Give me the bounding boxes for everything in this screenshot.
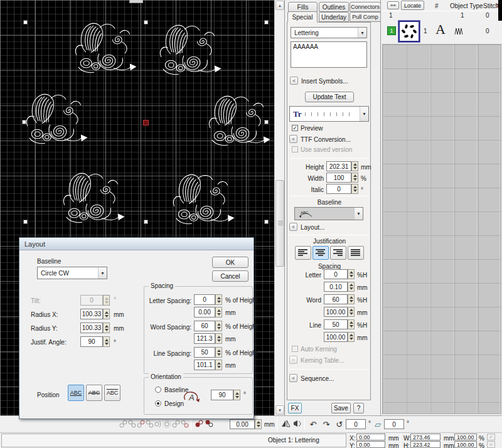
lettering-object-2[interactable] — [155, 22, 222, 78]
width-spinner[interactable] — [351, 173, 358, 183]
w-pct-field[interactable]: 100.00 — [454, 434, 477, 440]
w-field[interactable]: 273.46 — [410, 434, 441, 440]
layout-expand-icon[interactable]: < — [289, 223, 297, 231]
radius-y-spinner[interactable] — [103, 323, 110, 333]
offset-spinner[interactable] — [255, 419, 262, 429]
italic-field[interactable]: 0 — [326, 184, 351, 194]
position-top-button[interactable]: ABC — [104, 385, 120, 401]
chevron-down-icon[interactable]: ▾ — [360, 107, 368, 121]
offset-field[interactable]: 0.00 — [230, 419, 255, 429]
scroll-down-icon[interactable]: ▼ — [275, 405, 284, 415]
dlg-baseline-dropdown[interactable]: Circle CW ▾ — [37, 267, 107, 279]
letter-spacing-pct-field[interactable]: 0 — [324, 269, 348, 279]
line-spacing-mm-field[interactable]: 100.00 — [324, 332, 348, 342]
sequence-expand-icon[interactable]: < — [289, 374, 297, 382]
save-button[interactable]: Save — [331, 403, 351, 413]
dlg-letter-pct-spinner[interactable] — [215, 294, 222, 305]
justify-full-button[interactable] — [348, 246, 364, 260]
selection-handle-e[interactable] — [264, 120, 269, 124]
ttf-conversion-button[interactable]: TTF Conversion... — [301, 136, 351, 143]
y-field[interactable]: 0.00 — [356, 441, 385, 448]
canvas-vertical-scrollbar[interactable]: ▲ ▼ — [274, 0, 284, 415]
font-preview-dropdown[interactable]: Tr ▾ — [289, 106, 369, 122]
tab-outlines[interactable]: Outlines — [319, 2, 349, 12]
ok-button[interactable]: OK — [212, 257, 248, 268]
dlg-word-pct-spinner[interactable] — [215, 321, 222, 331]
width-field[interactable]: 100 — [326, 173, 351, 183]
italic-spinner[interactable] — [351, 184, 358, 194]
object-row-lettering[interactable]: 1 1 A 0 — [381, 19, 502, 44]
rotate-angle-field[interactable]: 0 — [346, 419, 366, 429]
justify-left-button[interactable] — [295, 246, 311, 260]
rotate-right-icon[interactable]: ↷ — [321, 419, 332, 430]
radius-y-field[interactable]: 100.33 — [80, 323, 103, 333]
rotation-center-marker[interactable] — [143, 120, 149, 125]
object-group-row[interactable]: 1 1 0 — [381, 11, 502, 19]
mirror-tool-icon[interactable] — [128, 419, 136, 429]
justify-center-button[interactable] — [312, 246, 329, 260]
dlg-letter-mm-spinner[interactable] — [215, 307, 222, 317]
orientation-angle-field[interactable]: 90 — [211, 390, 233, 400]
flip-vertical-icon[interactable] — [280, 419, 291, 429]
insert-symbols-button[interactable]: Insert Symbols... — [301, 78, 348, 85]
chevron-down-icon[interactable]: ▾ — [358, 28, 366, 38]
insert-symbols-expand-icon[interactable]: < — [290, 77, 298, 85]
justif-angle-field[interactable]: 90 — [80, 336, 103, 347]
mirror-tool-icon[interactable] — [119, 419, 127, 429]
selection-handle-ne[interactable] — [264, 20, 269, 24]
dlg-line-mm-field[interactable]: 101.1 — [194, 360, 215, 370]
letter-spacing-pct-spinner[interactable] — [348, 269, 355, 279]
chevron-down-icon[interactable]: ▾ — [98, 267, 107, 279]
tab-fills[interactable]: Fills — [288, 2, 318, 12]
color-chip[interactable]: 1 — [387, 26, 396, 35]
word-spacing-mm-field[interactable]: 100.00 — [324, 307, 348, 317]
scroll-up-icon[interactable]: ▲ — [275, 1, 284, 10]
mirror-merge-icon[interactable] — [195, 419, 203, 429]
flip-horizontal-icon[interactable] — [292, 419, 303, 429]
h-field[interactable]: 223.42 — [410, 441, 441, 448]
dlg-word-mm-field[interactable]: 121.3 — [194, 333, 215, 344]
confirm-icon[interactable]: ✓ — [487, 434, 495, 440]
preview-checkbox[interactable]: ✓ — [292, 125, 298, 131]
lettering-type-dropdown[interactable]: Lettering ▾ — [291, 27, 367, 38]
dlg-word-pct-field[interactable]: 60 — [194, 321, 215, 331]
dlg-letter-mm-field[interactable]: 0.00 — [194, 307, 215, 317]
height-field[interactable]: 202.31 — [326, 161, 351, 171]
use-saved-version-checkbox[interactable] — [292, 146, 298, 152]
position-baseline-button[interactable]: ABC — [68, 385, 84, 401]
dialog-title-bar[interactable]: Layout — [19, 238, 254, 250]
line-spacing-mm-spinner[interactable] — [348, 332, 355, 342]
mirror-tool-icon[interactable] — [172, 419, 180, 429]
radius-x-spinner[interactable] — [103, 309, 110, 319]
dlg-line-pct-spinner[interactable] — [215, 347, 222, 358]
lettering-object-4[interactable] — [204, 93, 270, 149]
lettering-object-6[interactable] — [168, 171, 235, 228]
skew-angle-field[interactable]: 0 — [384, 419, 404, 429]
selection-handle-sw[interactable] — [23, 220, 28, 224]
selection-handle-s[interactable] — [144, 220, 148, 224]
dlg-line-pct-field[interactable]: 50 — [194, 347, 215, 358]
mirror-tool-icon[interactable] — [154, 419, 163, 429]
lettering-object-5[interactable] — [58, 170, 125, 227]
orientation-angle-spinner[interactable] — [233, 390, 240, 400]
line-spacing-pct-spinner[interactable] — [348, 319, 355, 329]
rotate-left-icon[interactable]: ↶ — [307, 419, 319, 430]
help-button[interactable]: ? — [353, 403, 364, 413]
selection-handle-n[interactable] — [144, 20, 148, 24]
scrollbar-thumb[interactable] — [275, 180, 284, 267]
rotate-reset-icon[interactable]: ↺ — [334, 419, 345, 430]
baseline-dropdown[interactable]: ABC ▾ — [294, 207, 363, 220]
h-pct-field[interactable]: 100.00 — [454, 441, 477, 448]
auto-kerning-checkbox[interactable] — [292, 346, 298, 352]
update-text-button[interactable]: Update Text — [305, 92, 354, 102]
mirror-tool-icon[interactable] — [137, 419, 145, 429]
selection-handle-nw[interactable] — [23, 20, 28, 24]
discard-icon[interactable]: × — [487, 441, 495, 448]
selection-handle-se[interactable] — [264, 220, 269, 224]
fx-button[interactable]: FX — [288, 403, 302, 413]
tab-connectors[interactable]: Connectors — [350, 2, 381, 12]
word-spacing-pct-field[interactable]: 60 — [324, 294, 348, 304]
letter-spacing-mm-field[interactable]: 0.10 — [324, 282, 348, 292]
orientation-baseline-radio[interactable] — [155, 387, 161, 393]
collapse-chevrons-icon[interactable]: »« — [387, 1, 399, 9]
